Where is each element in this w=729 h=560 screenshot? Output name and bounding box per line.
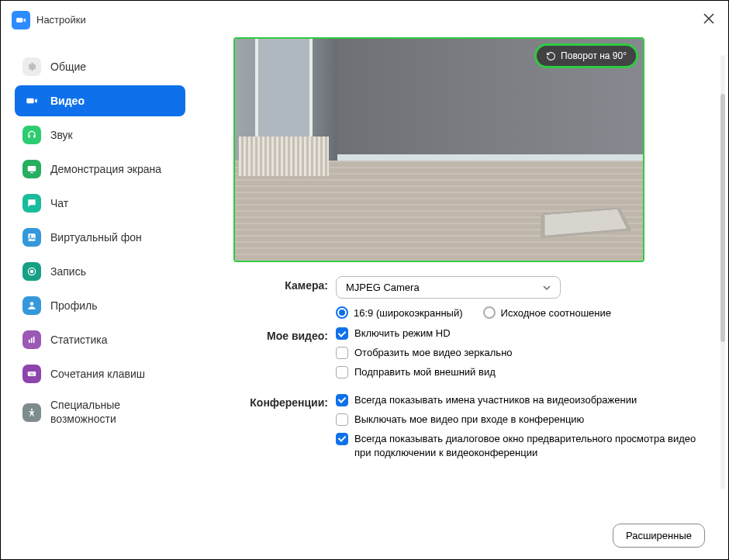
svg-rect-9 xyxy=(33,337,35,343)
chevron-down-icon xyxy=(543,284,551,292)
advanced-button[interactable]: Расширенные xyxy=(613,524,705,548)
conferences-label: Конференции: xyxy=(219,393,328,466)
sidebar-item-label: Видео xyxy=(50,95,85,107)
camera-select-value: MJPEG Camera xyxy=(346,282,420,293)
sidebar-item-chat[interactable]: Чат xyxy=(15,188,185,219)
content-panel: Поворот на 90° Камера: MJPEG Camera 16:9… xyxy=(196,37,728,560)
checkbox-label: Всегда показывать имена участников на ви… xyxy=(354,393,637,407)
rotate-icon xyxy=(546,51,556,61)
keyboard-icon xyxy=(22,365,41,383)
video-preview: Поворот на 90° xyxy=(233,37,644,262)
svg-point-15 xyxy=(31,408,33,410)
sidebar-item-label: Статистика xyxy=(50,334,108,346)
chat-icon xyxy=(22,194,41,213)
sidebar-item-shortcuts[interactable]: Сочетания клавиш xyxy=(15,358,185,389)
svg-rect-10 xyxy=(28,372,36,376)
aspect-original-radio[interactable]: Исходное соотношение xyxy=(483,306,612,319)
scrollbar-thumb[interactable] xyxy=(720,94,725,342)
record-icon xyxy=(22,262,41,281)
share-screen-icon xyxy=(22,160,41,178)
sidebar-item-virtual-bg[interactable]: Виртуальный фон xyxy=(15,222,185,253)
sidebar-item-label: Чат xyxy=(50,197,68,209)
sidebar-item-share[interactable]: Демонстрация экрана xyxy=(15,154,185,185)
aspect-16-9-radio[interactable]: 16:9 (широкоэкранный) xyxy=(336,306,463,319)
svg-point-12 xyxy=(31,372,32,373)
sidebar-item-label: Демонстрация экрана xyxy=(50,163,161,175)
mute-video-on-join-checkbox[interactable]: Выключать мое видео при входе в конферен… xyxy=(336,413,705,427)
enable-hd-checkbox[interactable]: Включить режим HD xyxy=(336,327,705,340)
svg-rect-14 xyxy=(30,375,34,375)
checkbox-label: Отобразить мое видео зеркально xyxy=(354,346,513,360)
close-button[interactable] xyxy=(700,9,717,31)
camera-select[interactable]: MJPEG Camera xyxy=(336,276,561,299)
app-icon xyxy=(12,11,30,29)
checkbox-label: Выключать мое видео при входе в конферен… xyxy=(354,413,584,427)
sidebar-item-record[interactable]: Запись xyxy=(15,256,185,287)
rotate-90-button[interactable]: Поворот на 90° xyxy=(534,43,638,68)
show-preview-dialog-checkbox[interactable]: Всегда показывать диалоговое окно предва… xyxy=(336,432,705,460)
sidebar-item-label: Запись xyxy=(50,265,86,278)
svg-rect-1 xyxy=(28,166,36,171)
svg-point-3 xyxy=(29,235,31,237)
svg-point-13 xyxy=(33,372,33,373)
window-title: Настройки xyxy=(36,14,86,26)
sidebar-item-label: Сочетания клавиш xyxy=(50,368,145,380)
sidebar-item-label: Специальные возможности xyxy=(50,399,178,426)
sidebar-item-accessibility[interactable]: Специальные возможности xyxy=(15,392,185,432)
zoom-icon xyxy=(16,15,26,26)
radio-label: 16:9 (широкоэкранный) xyxy=(354,307,463,319)
main-area: Общие Видео Звук Демонстрация экрана Чат… xyxy=(1,37,728,560)
camera-label: Камера: xyxy=(219,276,328,319)
svg-rect-7 xyxy=(29,340,30,343)
show-names-checkbox[interactable]: Всегда показывать имена участников на ви… xyxy=(336,393,705,407)
mirror-video-checkbox[interactable]: Отобразить мое видео зеркально xyxy=(336,346,705,360)
preview-scene xyxy=(235,39,643,261)
svg-point-11 xyxy=(29,372,30,373)
rotate-label: Поворот на 90° xyxy=(561,50,627,61)
touch-up-checkbox[interactable]: Подправить мой внешний вид xyxy=(336,365,705,379)
stats-icon xyxy=(22,330,41,349)
sidebar-item-label: Виртуальный фон xyxy=(50,231,142,244)
headphones-icon xyxy=(22,126,41,144)
sidebar-item-profile[interactable]: Профиль xyxy=(15,290,185,321)
gear-icon xyxy=(22,57,41,76)
settings-form: Камера: MJPEG Camera 16:9 (широкоэкранны… xyxy=(219,276,705,465)
person-icon xyxy=(22,296,41,315)
vertical-scrollbar[interactable] xyxy=(720,55,725,489)
video-icon xyxy=(22,92,41,110)
sidebar-item-general[interactable]: Общие xyxy=(15,51,185,82)
sidebar-item-video[interactable]: Видео xyxy=(15,85,185,116)
checkbox-label: Всегда показывать диалоговое окно предва… xyxy=(354,432,705,460)
sidebar-item-label: Звук xyxy=(50,129,73,141)
svg-point-6 xyxy=(30,302,34,306)
svg-point-5 xyxy=(30,270,34,274)
sidebar-item-label: Общие xyxy=(50,60,86,73)
checkbox-label: Включить режим HD xyxy=(354,327,451,340)
sidebar: Общие Видео Звук Демонстрация экрана Чат… xyxy=(1,37,196,560)
titlebar: Настройки xyxy=(1,1,728,37)
sidebar-item-label: Профиль xyxy=(50,299,97,312)
my-video-label: Мое видео: xyxy=(219,327,328,385)
checkbox-label: Подправить мой внешний вид xyxy=(354,365,496,379)
svg-rect-8 xyxy=(31,338,33,343)
accessibility-icon xyxy=(22,403,41,422)
svg-rect-2 xyxy=(28,233,35,240)
close-icon xyxy=(703,13,714,24)
sidebar-item-stats[interactable]: Статистика xyxy=(15,324,185,355)
image-icon xyxy=(22,228,41,247)
radio-label: Исходное соотношение xyxy=(501,307,612,319)
sidebar-item-audio[interactable]: Звук xyxy=(15,119,185,150)
